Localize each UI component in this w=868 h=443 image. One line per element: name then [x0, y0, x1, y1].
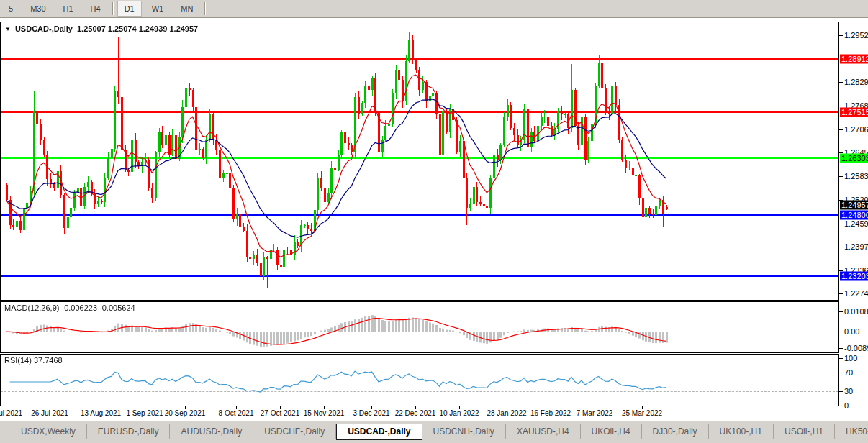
chart-tab-usdcad-daily[interactable]: USDCAD-,Daily [336, 424, 422, 440]
rsi-chart-canvas[interactable] [1, 355, 838, 406]
date-axis-label: 1 Sep 2021 [126, 409, 163, 417]
timeframe-button-w1[interactable]: W1 [145, 1, 171, 17]
date-axis-label: 13 Aug 2021 [81, 409, 121, 417]
date-axis-label: 15 Nov 2021 [304, 409, 345, 417]
date-axis-label: 7 Mar 2022 [577, 409, 613, 417]
date-axis-label: 25 Mar 2022 [622, 409, 662, 417]
chart-tab-usoil-h1[interactable]: USOil-,H1 [774, 424, 835, 439]
price-axis-tick: 1.25835 [844, 172, 868, 181]
date-axis-label: 27 Oct 2021 [261, 409, 299, 417]
macd-axis-tick: 0.00 [844, 327, 859, 336]
price-axis-tick: 1.24590 [844, 219, 868, 228]
price-level-badge-1.23203: 1.23203 [840, 272, 868, 281]
date-axis-label: 10 Jan 2022 [439, 409, 479, 417]
price-chart-panel: ▼ USDCAD-,Daily 1.25007 1.25074 1.24939 … [0, 22, 839, 301]
date-axis-label: 28 Jan 2022 [487, 409, 526, 417]
rsi-axis-tick: 100 [844, 354, 857, 362]
date-axis-label: 22 Dec 2021 [395, 409, 436, 417]
date-axis-label: 26 Jul 2021 [31, 409, 68, 417]
chart-tab-bar: USDX,WeeklyEURUSD-,DailyAUDUSD-,DailyUSD… [0, 421, 868, 443]
current-price-badge: 1.24957 [840, 201, 868, 210]
price-level-badge-1.28912: 1.28912 [840, 54, 868, 63]
toolbar-separator [112, 2, 113, 15]
date-axis-label: 16 Feb 2022 [530, 409, 571, 417]
toolbar-separator [204, 2, 205, 15]
chart-tab-ukoil-h4[interactable]: UKOil-,H4 [581, 424, 642, 439]
price-axis-tick: 1.29525 [844, 31, 868, 40]
macd-indicator-panel: MACD(12,26,9) -0.006223 -0.005624 [0, 301, 839, 353]
chart-caret-icon[interactable]: ▼ [5, 26, 11, 32]
price-level-badge-1.24800: 1.24800 [840, 211, 868, 220]
candlestick-chart-canvas[interactable] [1, 22, 838, 300]
rsi-axis-tick: 0 [844, 401, 849, 410]
chart-symbol-label: USDCAD-,Daily [15, 24, 73, 33]
rsi-indicator-panel: RSI(14) 37.7468 [0, 354, 839, 406]
timeframe-toolbar: 5M30H1H4D1W1MN [0, 0, 868, 18]
rsi-axis-tick: 30 [844, 387, 853, 396]
chart-ohlc-values: 1.25007 1.25074 1.24939 1.24957 [77, 24, 198, 33]
macd-label: MACD(12,26,9) -0.006223 -0.005624 [4, 303, 135, 312]
price-level-badge-1.26303: 1.26303 [840, 153, 868, 163]
mt4-application: 5M30H1H4D1W1MN ▼ USDCAD-,Daily 1.25007 1… [0, 0, 868, 443]
date-axis-label: 8 Oct 2021 [219, 409, 254, 417]
chart-window: ▼ USDCAD-,Daily 1.25007 1.25074 1.24939 … [0, 18, 867, 421]
macd-axis-tick: -0.008974 [844, 344, 868, 352]
chart-tab-usdchf-daily[interactable]: USDCHF-,Daily [253, 424, 336, 439]
timeframe-button-h1[interactable]: H1 [56, 1, 81, 17]
date-axis-label: 7 Jul 2021 [0, 409, 22, 417]
chart-tab-xauusd-h4[interactable]: XAUUSD-,H4 [506, 424, 581, 439]
rsi-axis-tick: 70 [844, 368, 853, 377]
date-axis-label: 3 Dec 2021 [353, 409, 389, 417]
price-level-badge-1.27515: 1.27515 [840, 107, 868, 117]
chart-tab-usdcnh-daily[interactable]: USDCNH-,Daily [422, 424, 506, 439]
chart-tab-audusd-daily[interactable]: AUDUSD-,Daily [170, 424, 253, 439]
date-axis: 7 Jul 202126 Jul 202113 Aug 20211 Sep 20… [0, 407, 838, 421]
chart-tab-eurusd-daily[interactable]: EURUSD-,Daily [87, 424, 171, 439]
macd-axis-tick: 0.010869 [844, 307, 868, 316]
timeframe-button-m30[interactable]: M30 [23, 1, 53, 17]
timeframe-button-h4[interactable]: H4 [83, 1, 108, 17]
rsi-label: RSI(14) 37.7468 [4, 356, 63, 365]
value-axis-column: 1.295251.282951.276801.270651.264501.258… [839, 18, 868, 421]
chart-tab-dj30-daily[interactable]: DJ30-,Daily [642, 424, 709, 439]
chart-tab-uk100-h1[interactable]: UK100-,H1 [709, 424, 774, 439]
price-axis-tick: 1.28295 [844, 78, 868, 86]
price-axis-tick: 1.23975 [844, 242, 868, 251]
timeframe-button-5[interactable]: 5 [1, 1, 20, 17]
date-axis-label: 20 Sep 2021 [165, 409, 206, 417]
price-axis-tick: 1.22745 [844, 289, 868, 298]
price-axis-tick: 1.27065 [844, 125, 868, 134]
chart-title: ▼ USDCAD-,Daily 1.25007 1.25074 1.24939 … [5, 24, 198, 33]
timeframe-button-mn[interactable]: MN [173, 1, 200, 17]
chart-tab-hk50-h1[interactable]: HK50-,H1 [835, 424, 868, 439]
chart-tab-usdx-weekly[interactable]: USDX,Weekly [10, 424, 87, 439]
timeframe-button-d1[interactable]: D1 [117, 1, 142, 17]
